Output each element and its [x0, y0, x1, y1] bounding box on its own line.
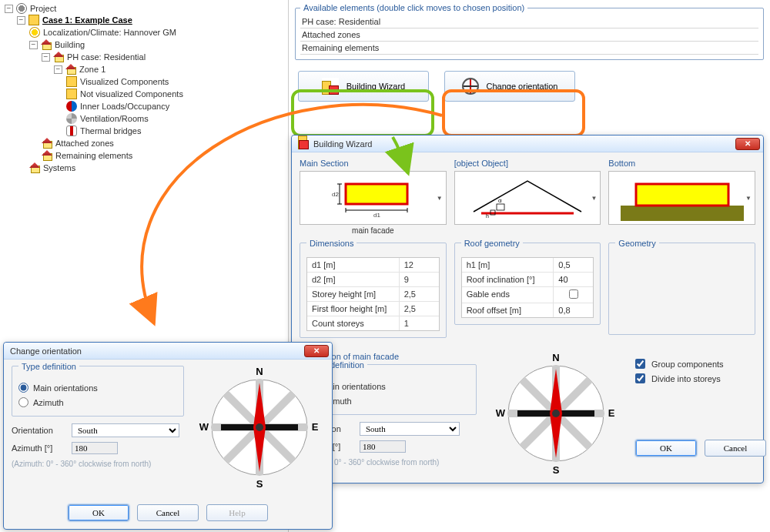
tree-systems[interactable]: Systems	[29, 162, 283, 174]
wizard-cancel-button[interactable]: Cancel	[705, 440, 766, 457]
tree-thermal[interactable]: Thermal bridges	[66, 125, 283, 137]
house-icon	[42, 138, 52, 149]
avail-row[interactable]: Remaining elements	[300, 42, 758, 55]
building-wizard-button[interactable]: Building Wizard	[298, 71, 429, 102]
co-titlebar[interactable]: Change orientation ✕	[4, 343, 332, 360]
building-wizard-icon	[322, 78, 339, 95]
gable-ends-check[interactable]	[569, 289, 578, 299]
tree-vent[interactable]: Ventilation/Rooms	[66, 112, 283, 125]
dropdown-arrow-icon[interactable]: ▼	[745, 195, 752, 202]
wizard-titlebar[interactable]: Building Wizard ✕	[292, 136, 763, 152]
tree-zone[interactable]: − Zone 1	[54, 63, 283, 75]
svg-text:N: N	[552, 352, 559, 363]
d1-value[interactable]: 12	[399, 258, 439, 272]
bottom-preview[interactable]: ▼	[608, 171, 755, 225]
dimensions-group: Dimensions d1 [m]12 d2 [m]9 Storey heigh…	[300, 243, 447, 338]
case-icon	[28, 15, 39, 25]
close-icon[interactable]: ✕	[735, 138, 760, 150]
co-azimuth-radio[interactable]	[18, 397, 28, 407]
svg-text:W: W	[496, 407, 506, 419]
roof-geom-title: Roof geometry	[461, 239, 523, 248]
avail-row[interactable]: PH case: Residential	[300, 15, 758, 28]
tree-collapse-icon[interactable]: −	[5, 5, 13, 13]
d2-label: d2 [m]	[307, 273, 399, 286]
compass-widget[interactable]: N E S W	[494, 352, 618, 475]
svg-rect-14	[621, 206, 744, 221]
orientation-select[interactable]: South	[360, 422, 460, 436]
co-azimuth-input[interactable]	[72, 442, 118, 454]
roof-offset-value[interactable]: 0,8	[553, 303, 593, 317]
co-ok-button[interactable]: OK	[68, 504, 129, 521]
storey-height-value[interactable]: 2,5	[399, 287, 439, 301]
d1-label: d1 [m]	[307, 258, 399, 272]
wizard-ok-button[interactable]: OK	[635, 440, 697, 457]
roof-incl-value[interactable]: 40	[553, 273, 593, 286]
tree-inner[interactable]: Inner Loads/Occupancy	[66, 100, 283, 112]
dimensions-title: Dimensions	[306, 239, 357, 248]
tree-remaining[interactable]: Remaining elements	[42, 149, 283, 162]
gable-ends-checkbox[interactable]	[553, 287, 593, 303]
change-orientation-dialog: Change orientation ✕ Type definition Mai…	[3, 342, 333, 530]
close-icon[interactable]: ✕	[304, 345, 329, 357]
tree-notvis[interactable]: Not visualized Components	[66, 88, 283, 100]
divide-storeys-check[interactable]	[635, 373, 645, 383]
h1-value[interactable]: 0,5	[553, 258, 593, 272]
roof-offset-label: Roof offset [m]	[462, 303, 554, 317]
tree-phcase[interactable]: − PH case: Residential	[42, 51, 283, 63]
tree-building[interactable]: − Building	[29, 38, 283, 51]
co-main-or-label: Main orientations	[33, 383, 98, 393]
right-area: Available elements (double click moves t…	[289, 0, 770, 112]
tree-attached[interactable]: Attached zones	[42, 137, 283, 149]
main-section-preview[interactable]: d1 d2 ▼	[300, 171, 447, 225]
co-help-button[interactable]: Help	[206, 504, 268, 521]
bottom-title: Bottom	[608, 159, 755, 168]
geometry-title: Geometry	[615, 239, 658, 248]
avail-row[interactable]: Attached zones	[300, 28, 758, 42]
bottom-svg	[621, 175, 744, 221]
count-storeys-value[interactable]: 1	[399, 316, 439, 330]
dropdown-arrow-icon[interactable]: ▼	[437, 195, 443, 202]
roof-preview[interactable]: α h ▼	[454, 171, 601, 225]
change-orientation-button[interactable]: Change orientation	[444, 71, 575, 102]
co-main-or-radio[interactable]	[18, 383, 28, 393]
group-components-check[interactable]	[635, 359, 645, 369]
tree-localization[interactable]: Localization/Climate: Hannover GM	[29, 26, 283, 38]
svg-text:E: E	[312, 421, 319, 433]
svg-point-27	[552, 410, 560, 417]
dropdown-arrow-icon[interactable]: ▼	[591, 195, 597, 202]
notvis-label: Not visualized Components	[80, 89, 183, 99]
available-elements-legend: Available elements (double click moves t…	[300, 3, 527, 12]
tree-collapse-icon[interactable]: −	[17, 16, 25, 25]
loads-icon	[66, 101, 77, 112]
roof-incl-label: Roof inclination [°]	[462, 273, 554, 286]
co-azimuth-label: Azimuth [°]	[12, 443, 65, 453]
first-floor-value[interactable]: 2,5	[399, 302, 439, 316]
h1-label: h1 [m]	[462, 258, 554, 272]
house-icon	[65, 64, 76, 75]
group-components-label: Group components	[651, 360, 724, 369]
divide-storeys-label: Divide into storeys	[651, 374, 721, 383]
co-type-def-group: Type definition Main orientations Azimut…	[12, 366, 184, 417]
tree-case[interactable]: − Case 1: Example Case	[17, 14, 283, 26]
tree-vis[interactable]: Visualized Components	[66, 75, 283, 88]
gable-ends-label: Gable ends	[462, 287, 554, 303]
tree-collapse-icon[interactable]: −	[29, 41, 38, 49]
co-compass-widget[interactable]: N E S W	[198, 366, 321, 489]
building-wizard-label: Building Wizard	[346, 82, 405, 91]
building-label: Building	[55, 40, 85, 49]
geometry-group: Geometry	[608, 243, 755, 335]
tree-collapse-icon[interactable]: −	[54, 65, 62, 74]
project-icon	[16, 3, 27, 14]
tree-collapse-icon[interactable]: −	[42, 53, 50, 62]
azimuth-input[interactable]	[360, 440, 406, 453]
storey-height-label: Storey height [m]	[307, 287, 399, 301]
svg-point-43	[256, 423, 263, 431]
house-icon	[53, 52, 64, 62]
tree-root-label: Project	[30, 4, 56, 13]
co-hint: (Azimuth: 0° - 360° clockwise from north…	[12, 457, 184, 468]
d2-value[interactable]: 9	[399, 273, 439, 286]
roof-title: [object Object]	[454, 159, 601, 168]
svg-text:d1: d1	[373, 212, 380, 219]
co-orientation-select[interactable]: South	[72, 423, 179, 437]
co-cancel-button[interactable]: Cancel	[137, 504, 199, 521]
